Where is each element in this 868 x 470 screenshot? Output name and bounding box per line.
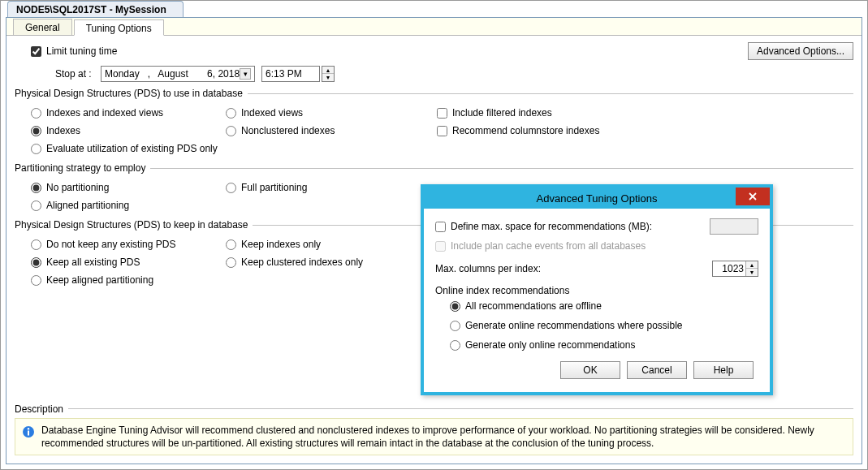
info-icon bbox=[22, 425, 35, 438]
pds-use-indexes-label: Indexes bbox=[46, 125, 80, 136]
pds-keep-none[interactable] bbox=[31, 239, 41, 250]
ok-button[interactable]: OK bbox=[560, 361, 620, 379]
stop-at-date-picker[interactable]: Monday , August 6, 2018 ▾ bbox=[101, 66, 255, 82]
stop-at-date-value: Monday , August 6, 2018 bbox=[105, 68, 240, 80]
description-box: Database Engine Tuning Advisor will reco… bbox=[15, 418, 853, 455]
pds-keep-clustered-only[interactable] bbox=[226, 257, 236, 268]
partition-full[interactable] bbox=[226, 183, 236, 193]
limit-tuning-time-checkbox[interactable] bbox=[31, 46, 41, 57]
session-tab[interactable]: NODE5\SQL2017ST - MySession bbox=[7, 1, 184, 17]
description-legend: Description bbox=[15, 403, 68, 415]
stop-at-label: Stop at : bbox=[55, 68, 101, 80]
pds-keep-indexes-only[interactable] bbox=[226, 239, 236, 250]
pds-use-nonclustered[interactable] bbox=[226, 126, 236, 136]
pds-keep-none-label: Do not keep any existing PDS bbox=[46, 239, 175, 250]
svg-rect-1 bbox=[28, 430, 29, 435]
time-spin-down[interactable]: ▼ bbox=[322, 74, 334, 81]
tab-tuning-options[interactable]: Tuning Options bbox=[74, 19, 164, 36]
include-plan-cache-label: Include plan cache events from all datab… bbox=[451, 240, 646, 252]
partition-none[interactable] bbox=[31, 183, 41, 193]
pds-use-indexes-and-views-label: Indexes and indexed views bbox=[46, 107, 163, 119]
max-cols-spin-up[interactable]: ▲ bbox=[746, 261, 758, 269]
pds-keep-all-label: Keep all existing PDS bbox=[46, 257, 140, 268]
dialog-title: Advanced Tuning Options bbox=[537, 192, 658, 205]
online-only-label: Generate only online recommendations bbox=[465, 339, 635, 351]
limit-tuning-time-label: Limit tuning time bbox=[46, 45, 117, 57]
stop-at-time-value: 6:13 PM bbox=[266, 68, 302, 80]
max-space-input bbox=[710, 218, 758, 235]
close-icon bbox=[749, 192, 757, 201]
pds-use-legend: Physical Design Structures (PDS) to use … bbox=[15, 88, 248, 99]
partition-aligned-label: Aligned partitioning bbox=[46, 200, 129, 211]
help-button[interactable]: Help bbox=[693, 361, 754, 379]
pds-use-nonclustered-label: Nonclustered indexes bbox=[241, 125, 335, 136]
partition-legend: Partitioning strategy to employ bbox=[15, 162, 150, 174]
tab-general[interactable]: General bbox=[13, 19, 72, 35]
pds-keep-all[interactable] bbox=[31, 257, 41, 268]
pds-keep-aligned[interactable] bbox=[31, 275, 41, 286]
pds-use-indexed-views-label: Indexed views bbox=[241, 107, 303, 119]
advanced-tuning-options-dialog: Advanced Tuning Options Define max. spac… bbox=[421, 184, 773, 395]
define-max-space-label: Define max. space for recommendations (M… bbox=[451, 221, 710, 232]
description-text: Database Engine Tuning Advisor will reco… bbox=[41, 424, 846, 450]
pds-keep-legend: Physical Design Structures (PDS) to keep… bbox=[15, 219, 253, 231]
include-filtered-indexes-checkbox[interactable] bbox=[437, 108, 447, 119]
cancel-button[interactable]: Cancel bbox=[627, 361, 687, 379]
include-filtered-indexes-label: Include filtered indexes bbox=[452, 107, 552, 119]
partition-full-label: Full partitioning bbox=[241, 182, 307, 193]
online-where-possible-label: Generate online recommendations where po… bbox=[465, 320, 683, 331]
partition-aligned[interactable] bbox=[31, 201, 41, 211]
calendar-drop-icon[interactable]: ▾ bbox=[240, 68, 251, 80]
pds-use-indexes[interactable] bbox=[31, 126, 41, 136]
online-index-legend: Online index recommendations bbox=[435, 285, 758, 296]
recommend-columnstore-label: Recommend columnstore indexes bbox=[452, 125, 599, 136]
dialog-close-button[interactable] bbox=[736, 188, 770, 205]
max-columns-label: Max. columns per index: bbox=[435, 263, 712, 274]
pds-use-evaluate-existing-label: Evaluate utilization of existing PDS onl… bbox=[46, 143, 218, 154]
online-where-possible[interactable] bbox=[450, 321, 460, 331]
max-columns-input[interactable] bbox=[713, 262, 745, 275]
pds-keep-clustered-only-label: Keep clustered indexes only bbox=[241, 257, 363, 268]
recommend-columnstore-checkbox[interactable] bbox=[437, 126, 447, 136]
time-spin-up[interactable]: ▲ bbox=[322, 67, 334, 74]
stop-at-time-picker[interactable]: 6:13 PM bbox=[261, 66, 320, 82]
pds-use-indexes-and-views[interactable] bbox=[31, 108, 41, 119]
pds-keep-indexes-only-label: Keep indexes only bbox=[241, 239, 321, 250]
online-offline-label: All recommendations are offline bbox=[465, 300, 602, 312]
max-cols-spin-down[interactable]: ▼ bbox=[746, 269, 758, 276]
svg-point-2 bbox=[28, 428, 29, 429]
define-max-space-checkbox[interactable] bbox=[435, 222, 446, 232]
pds-keep-aligned-label: Keep aligned partitioning bbox=[46, 274, 153, 286]
pds-use-indexed-views[interactable] bbox=[226, 108, 236, 119]
include-plan-cache-checkbox bbox=[435, 241, 446, 252]
online-only[interactable] bbox=[450, 340, 460, 351]
partition-none-label: No partitioning bbox=[46, 182, 109, 193]
pds-use-evaluate-existing[interactable] bbox=[31, 144, 41, 154]
online-offline[interactable] bbox=[450, 301, 460, 312]
